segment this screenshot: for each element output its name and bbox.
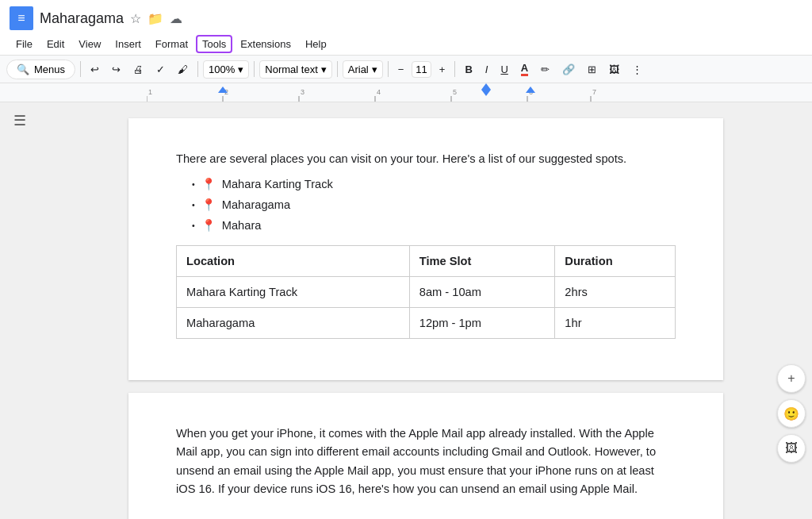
zoom-chevron: ▾	[238, 63, 243, 75]
menu-view[interactable]: View	[72, 35, 107, 53]
insert-image-icon: ⊞	[588, 63, 596, 75]
title-area: Maharagama ☆ 📁 ☁	[40, 10, 802, 27]
page-2-content: When you get your iPhone, it comes with …	[176, 425, 676, 519]
menu-bar: File Edit View Insert Format Tools Exten…	[0, 33, 812, 55]
menu-insert[interactable]: Insert	[109, 35, 147, 53]
table-header-row: Location Time Slot Duration	[177, 246, 676, 277]
menus-button[interactable]: 🔍 Menus	[6, 60, 75, 79]
paint-icon: 🖌	[178, 63, 188, 75]
spell-check-button[interactable]: ✓	[151, 60, 170, 79]
print-icon: 🖨	[133, 63, 144, 75]
row1-duration: 2hrs	[555, 277, 676, 308]
zoom-dropdown[interactable]: 100% ▾	[203, 60, 249, 79]
add-button[interactable]: +	[777, 364, 806, 393]
bullet-3: •	[192, 219, 195, 232]
row1-location: Mahara Karting Track	[177, 277, 410, 308]
paint-format-button[interactable]: 🖌	[173, 60, 193, 79]
pin-icon-1: 📍	[201, 175, 216, 193]
list-item-1-text: Mahara Karting Track	[222, 175, 333, 193]
row2-time: 12pm - 1pm	[409, 308, 555, 339]
menus-label: Menus	[34, 63, 65, 75]
row2-location: Maharagama	[177, 308, 410, 339]
font-size-increase[interactable]: +	[435, 60, 450, 79]
table-row-1: Mahara Karting Track 8am - 10am 2hrs	[177, 277, 676, 308]
list-item-3: • 📍 Mahara	[192, 215, 676, 236]
menu-extensions[interactable]: Extensions	[234, 35, 297, 53]
floating-actions: + 🙂 🖼	[777, 364, 806, 463]
outline-icon[interactable]: ☰	[13, 112, 26, 129]
emoji-button[interactable]: 🙂	[777, 399, 806, 428]
add-icon: +	[787, 371, 795, 386]
undo-button[interactable]: ↩	[86, 60, 104, 79]
svg-marker-15	[481, 83, 491, 90]
italic-icon: I	[485, 63, 488, 75]
link-button[interactable]: 🔗	[557, 60, 580, 79]
menu-edit[interactable]: Edit	[40, 35, 71, 53]
font-size-area: 11	[412, 61, 431, 78]
page-1: There are several places you can visit o…	[128, 118, 723, 380]
image-icon: 🖼	[785, 441, 798, 456]
doc-icon: ≡	[10, 6, 33, 30]
font-label: Arial	[348, 63, 369, 75]
highlight-icon: ✏	[541, 63, 550, 75]
font-size-decrease[interactable]: −	[393, 60, 409, 79]
svg-text:1: 1	[148, 88, 152, 96]
col-time-slot: Time Slot	[409, 246, 555, 277]
bullet-2: •	[192, 198, 195, 211]
page-1-content: There are several places you can visit o…	[176, 150, 676, 339]
main-area: ☰ There are several places you can visit…	[0, 102, 812, 519]
insert-photo-icon: 🖼	[609, 63, 619, 75]
bullet-1: •	[192, 178, 195, 190]
separator-6	[454, 61, 455, 77]
font-size-value: 11	[416, 63, 427, 75]
menu-format[interactable]: Format	[149, 35, 194, 53]
toolbar: 🔍 Menus ↩ ↪ 🖨 ✓ 🖌 100% ▾ Normal text ▾ A…	[0, 55, 812, 83]
insert-image-button[interactable]: ⊞	[583, 60, 601, 79]
ruler: 1 2 3 4 5 6 7	[0, 83, 812, 102]
menu-tools[interactable]: Tools	[196, 35, 232, 53]
font-color-button[interactable]: A	[516, 59, 533, 79]
separator-4	[337, 61, 338, 77]
menu-file[interactable]: File	[10, 35, 39, 53]
highlight-button[interactable]: ✏	[536, 60, 554, 79]
doc-area[interactable]: There are several places you can visit o…	[40, 102, 812, 519]
menu-help[interactable]: Help	[299, 35, 333, 53]
image-button[interactable]: 🖼	[777, 434, 806, 463]
search-icon: 🔍	[17, 63, 29, 75]
print-button[interactable]: 🖨	[128, 60, 148, 79]
underline-button[interactable]: U	[496, 60, 512, 79]
svg-text:3: 3	[301, 88, 304, 96]
row2-duration: 1hr	[555, 308, 676, 339]
font-dropdown[interactable]: Arial ▾	[343, 60, 383, 79]
more-options-button[interactable]: ⋮	[627, 60, 647, 79]
list-item-1: • 📍 Mahara Karting Track	[192, 174, 676, 194]
folder-icon[interactable]: 📁	[147, 11, 163, 26]
spell-check-icon: ✓	[156, 63, 165, 75]
paragraph-style-dropdown[interactable]: Normal text ▾	[259, 60, 331, 79]
bullet-list: • 📍 Mahara Karting Track • 📍 Maharagama …	[176, 174, 676, 236]
font-color-icon: A	[521, 62, 528, 76]
bold-icon: B	[465, 63, 472, 75]
separator-2	[197, 61, 198, 77]
svg-marker-17	[526, 86, 535, 93]
star-icon[interactable]: ☆	[130, 11, 141, 26]
location-table: Location Time Slot Duration Mahara Karti…	[176, 245, 676, 339]
separator-3	[254, 61, 255, 77]
svg-text:4: 4	[377, 88, 381, 96]
insert-image2-button[interactable]: 🖼	[604, 60, 624, 79]
bold-button[interactable]: B	[460, 60, 477, 79]
cloud-icon[interactable]: ☁	[170, 11, 182, 26]
link-icon: 🔗	[562, 63, 575, 75]
title-bar: ≡ Maharagama ☆ 📁 ☁	[0, 0, 812, 33]
paragraph-style-label: Normal text	[265, 63, 317, 75]
col-location: Location	[177, 246, 410, 277]
svg-marker-16	[481, 90, 491, 96]
redo-button[interactable]: ↪	[107, 60, 125, 79]
separator-5	[388, 61, 389, 77]
italic-button[interactable]: I	[481, 60, 493, 79]
pin-icon-2: 📍	[201, 196, 216, 213]
separator-1	[80, 61, 81, 77]
redo-icon: ↪	[112, 63, 121, 75]
more-icon: ⋮	[632, 63, 642, 75]
svg-text:7: 7	[592, 88, 596, 96]
